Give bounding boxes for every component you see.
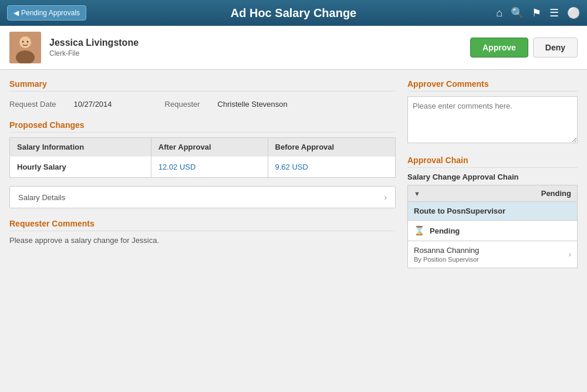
approval-chain-subtitle: Salary Change Approval Chain [407, 173, 578, 181]
requester-label: Requester [165, 100, 200, 109]
approval-chain-title: Approval Chain [407, 156, 578, 168]
flag-icon[interactable]: ⚑ [532, 6, 541, 19]
chain-header: ▼ Pending [408, 185, 577, 202]
approver-comments-title: Approver Comments [407, 79, 578, 92]
after-approval-cell: 12.02 USD [151, 157, 268, 178]
menu-icon[interactable]: ☰ [549, 6, 559, 19]
header-icons: ⌂ 🔍 ⚑ ☰ ⚪ [496, 6, 580, 19]
main-content: Summary Request Date 10/27/2014 Requeste… [0, 70, 587, 391]
employee-bar: Jessica Livingstone Clerk-File Approve D… [0, 26, 587, 70]
employee-role: Clerk-File [49, 49, 462, 58]
col-before: Before Approval [268, 138, 395, 157]
approver-comments-section: Approver Comments [407, 79, 578, 145]
chain-pending-label: Pending [541, 189, 571, 198]
left-panel: Summary Request Date 10/27/2014 Requeste… [9, 79, 407, 382]
home-icon[interactable]: ⌂ [496, 7, 502, 19]
approver-comments-input[interactable] [407, 96, 578, 143]
summary-title: Summary [9, 79, 396, 92]
chain-status-text: Pending [430, 227, 460, 235]
requester-value: Christelle Stevenson [218, 100, 288, 109]
page-title: Ad Hoc Salary Change [231, 6, 357, 20]
request-date-label: Request Date [9, 100, 56, 109]
requester-comments-section: Requester Comments Please approve a sala… [9, 219, 396, 245]
proposed-changes-section: Proposed Changes Salary Information Afte… [9, 120, 396, 178]
table-row: Hourly Salary 12.02 USD 9.62 USD [10, 157, 396, 178]
chain-route: Route to PosnSupervisor [408, 202, 577, 221]
chain-status-row: ⌛ Pending [408, 221, 577, 241]
hourglass-icon: ⌛ [414, 225, 425, 236]
avatar-image [9, 32, 41, 63]
changes-table: Salary Information After Approval Before… [9, 137, 396, 178]
search-icon[interactable]: 🔍 [511, 6, 524, 19]
approval-chain-box: ▼ Pending Route to PosnSupervisor ⌛ Pend… [407, 185, 578, 268]
requester-comments-title: Requester Comments [9, 219, 396, 231]
svg-point-4 [27, 41, 29, 43]
chain-header-left: ▼ [414, 190, 420, 197]
approval-chain-section: Approval Chain Salary Change Approval Ch… [407, 156, 578, 268]
action-buttons: Approve Deny [470, 38, 578, 58]
salary-info-cell: Hourly Salary [10, 157, 151, 178]
salary-details-label: Salary Details [18, 193, 65, 202]
chevron-right-icon: › [384, 192, 387, 202]
summary-section: Summary Request Date 10/27/2014 Requeste… [9, 79, 396, 112]
employee-name: Jessica Livingstone [49, 38, 462, 48]
svg-point-3 [22, 41, 24, 43]
right-panel: Approver Comments Approval Chain Salary … [407, 79, 578, 382]
col-salary-info: Salary Information [10, 138, 151, 157]
before-approval-cell: 9.62 USD [268, 157, 395, 178]
chain-person-info: Rosanna Channing By Position Supervisor [414, 246, 479, 263]
person-chevron-icon: › [569, 250, 571, 259]
request-date-value: 10/27/2014 [74, 100, 112, 109]
chain-person-row[interactable]: Rosanna Channing By Position Supervisor … [408, 241, 577, 268]
svg-point-1 [19, 36, 31, 48]
deny-button[interactable]: Deny [533, 38, 578, 58]
proposed-changes-title: Proposed Changes [9, 120, 396, 133]
back-button[interactable]: ◀ Pending Approvals [7, 5, 86, 21]
approve-button[interactable]: Approve [470, 38, 528, 58]
header: ◀ Pending Approvals Ad Hoc Salary Change… [0, 0, 587, 26]
summary-row: Request Date 10/27/2014 Requester Christ… [9, 96, 396, 112]
chain-person-role: By Position Supervisor [414, 256, 479, 263]
user-circle-icon[interactable]: ⚪ [567, 6, 580, 19]
dropdown-icon[interactable]: ▼ [414, 190, 420, 197]
back-chevron-icon: ◀ [14, 9, 19, 17]
col-after: After Approval [151, 138, 268, 157]
employee-info: Jessica Livingstone Clerk-File [49, 38, 462, 58]
requester-comments-text: Please approve a salary change for Jessi… [9, 236, 396, 245]
chain-person-name: Rosanna Channing [414, 246, 479, 255]
salary-details-row[interactable]: Salary Details › [9, 186, 396, 208]
avatar [9, 32, 41, 63]
